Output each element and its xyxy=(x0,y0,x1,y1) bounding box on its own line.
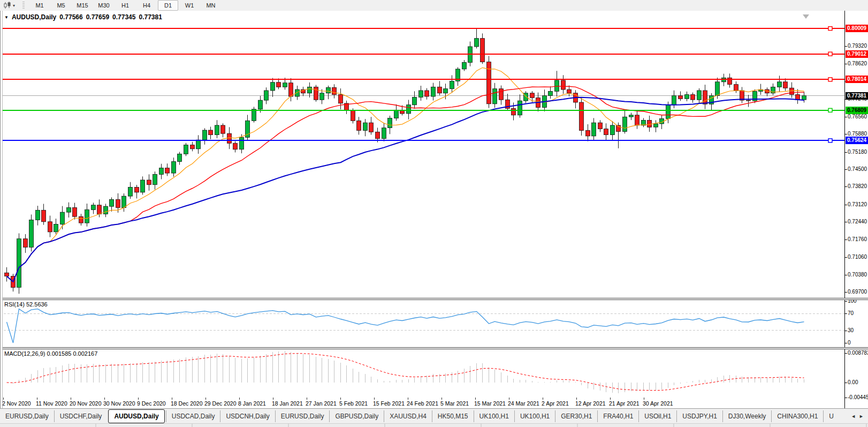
level-line-handle[interactable] xyxy=(828,78,832,81)
axis-tick-dash xyxy=(845,398,847,398)
chart-title: ▼ AUDUSD,Daily 0.77566 0.77659 0.77345 0… xyxy=(4,13,162,21)
date-label: 29 Dec 2020 xyxy=(204,400,237,407)
tab-fra40-h1-12[interactable]: FRA40,H1 xyxy=(597,410,638,422)
price-axis-label: 0.73820 xyxy=(848,183,867,190)
tab-uk100-h1-10[interactable]: UK100,H1 xyxy=(514,410,555,422)
toolbar-grip[interactable] xyxy=(22,2,25,9)
price-chart-canvas[interactable] xyxy=(0,11,844,298)
rsi-chart-canvas[interactable] xyxy=(0,300,844,347)
timeframe-button-h1[interactable]: H1 xyxy=(115,0,135,11)
price-axis-label: 0.79320 xyxy=(848,43,867,49)
date-label: 24 Feb 2021 xyxy=(407,400,438,407)
time-axis-tick xyxy=(509,398,509,400)
tab-usdcnh-daily-4[interactable]: USDCNH,Daily xyxy=(220,410,275,422)
tab-usdcad-daily-3[interactable]: USDCAD,Daily xyxy=(166,410,220,422)
date-label: 27 Jan 2021 xyxy=(306,400,337,407)
tabs-scroll-right-button[interactable]: ► xyxy=(859,414,864,419)
price-axis-label: 0.73120 xyxy=(848,201,867,208)
tab-eurusd-daily-0[interactable]: EURUSD,Daily xyxy=(0,410,54,422)
chart-shift-icon[interactable] xyxy=(803,14,809,19)
timeframe-button-m5[interactable]: M5 xyxy=(51,0,71,11)
timeframe-button-h4[interactable]: H4 xyxy=(136,0,157,11)
level-line-handle[interactable] xyxy=(828,27,832,31)
price-level-badge: 0.75624 xyxy=(846,137,868,144)
rsi-label: RSI(14) 52.5636 xyxy=(4,301,48,308)
tab-gbpusd-daily-6[interactable]: GBPUSD,Daily xyxy=(329,410,384,422)
level-line-handle[interactable] xyxy=(828,52,832,56)
price-axis-label: 0.76560 xyxy=(848,114,867,120)
date-label: 20 Nov 2020 xyxy=(70,400,102,407)
tab-dj30-weekly-15[interactable]: DJ30,Weekly xyxy=(722,410,771,422)
axis-tick-dash xyxy=(845,353,847,354)
tab-ger30-h1-11[interactable]: GER30,H1 xyxy=(555,410,597,422)
date-label: 15 Mar 2021 xyxy=(474,400,506,407)
macd-chart-canvas[interactable] xyxy=(0,349,844,398)
time-axis-tick xyxy=(610,398,611,400)
axis-tick-dash xyxy=(845,46,847,47)
timeframe-button-w1[interactable]: W1 xyxy=(179,0,200,11)
date-label: 21 Apr 2021 xyxy=(609,400,639,407)
tabs-scroll-arrows: ◄► xyxy=(847,414,868,419)
chart-type-menu-button[interactable]: ▾ xyxy=(1,1,17,10)
axis-tick-dash xyxy=(845,117,847,117)
date-label: 15 Feb 2021 xyxy=(373,400,405,407)
time-axis-tick xyxy=(205,398,206,400)
time-axis-tick xyxy=(475,398,476,400)
macd-axis-label: 0.00 xyxy=(848,379,858,386)
status-strip xyxy=(0,423,868,427)
axis-tick-dash xyxy=(845,169,847,170)
price-level-badge: 0.80009 xyxy=(846,25,868,32)
time-axis-tick xyxy=(71,398,71,400)
level-line-handle[interactable] xyxy=(828,139,832,143)
timeframe-button-mn[interactable]: MN xyxy=(201,0,221,11)
time-axis[interactable]: 2 Nov 202011 Nov 202020 Nov 202030 Nov 2… xyxy=(0,398,844,408)
time-axis-tick xyxy=(543,398,543,400)
date-label: 12 Apr 2021 xyxy=(575,400,606,407)
price-axis-label: 0.71060 xyxy=(848,254,867,260)
price-axis-label: 0.78620 xyxy=(848,61,867,67)
ohlc-open: 0.77566 xyxy=(59,13,82,21)
date-label: 9 Dec 2020 xyxy=(137,400,166,407)
tab-u-17[interactable]: U xyxy=(823,410,839,422)
time-axis-tick xyxy=(644,398,644,400)
tabs-scroll-left-button[interactable]: ◄ xyxy=(851,414,856,419)
rsi-axis-label: 0 xyxy=(848,340,851,346)
tab-usoil-h1-13[interactable]: USOil,H1 xyxy=(638,410,676,422)
top-toolbar: ▾ M1M5M15M30H1H4D1W1MN xyxy=(0,0,868,11)
tab-audusd-daily-2[interactable]: AUDUSD,Daily xyxy=(108,409,164,423)
macd-axis-label: -0.004451 xyxy=(848,394,868,401)
timeframe-button-m30[interactable]: M30 xyxy=(94,0,114,11)
tab-china300-h1-16[interactable]: CHINA300,H1 xyxy=(771,410,823,422)
price-axis-label: 0.71760 xyxy=(848,236,867,243)
timeframe-button-d1[interactable]: D1 xyxy=(158,0,178,11)
tab-hk50-m15-8[interactable]: HK50,M15 xyxy=(432,410,474,422)
time-axis-tick xyxy=(138,398,139,400)
timeframe-button-m1[interactable]: M1 xyxy=(29,0,50,11)
tab-usdchf-daily-1[interactable]: USDCHF,Daily xyxy=(54,410,108,422)
timeframe-toolbar: M1M5M15M30H1H4D1W1MN xyxy=(29,0,222,11)
price-axis-label: 0.74500 xyxy=(848,166,867,173)
level-line-handle[interactable] xyxy=(828,108,832,112)
axis-tick-dash xyxy=(845,313,847,314)
chart-tabs-bar: EURUSD,DailyUSDCHF,DailyAUDUSD,DailyUSDC… xyxy=(0,408,868,424)
rsi-value: 52.5636 xyxy=(26,301,48,308)
date-label: 5 Feb 2021 xyxy=(339,400,368,407)
tab-uk100-h1-9[interactable]: UK100,H1 xyxy=(474,410,514,422)
tab-eurusd-daily-5[interactable]: EURUSD,Daily xyxy=(275,410,330,422)
chart-window: ▼ AUDUSD,Daily 0.77566 0.77659 0.77345 0… xyxy=(0,11,868,408)
axis-tick-dash xyxy=(845,301,847,302)
pane-splitter[interactable] xyxy=(0,298,868,300)
tab-usdjpy-h1-14[interactable]: USDJPY,H1 xyxy=(676,410,722,422)
axis-tick-dash xyxy=(845,383,847,383)
pane-splitter[interactable] xyxy=(0,347,868,349)
ma-mid-line xyxy=(7,86,804,282)
macd-axis-label: 0.008782 xyxy=(848,350,868,356)
ma-slow-line xyxy=(7,98,804,282)
timeframe-button-m15[interactable]: M15 xyxy=(72,0,93,11)
axis-tick-dash xyxy=(845,275,847,275)
time-axis-tick xyxy=(172,398,172,400)
macd-label: MACD(12,26,9) 0.001585 0.002167 xyxy=(4,350,97,357)
symbol-dropdown-icon[interactable]: ▼ xyxy=(4,15,9,20)
price-level-badge: 0.78014 xyxy=(846,76,868,83)
tab-xauusd-h4-7[interactable]: XAUUSD,H4 xyxy=(384,410,432,422)
